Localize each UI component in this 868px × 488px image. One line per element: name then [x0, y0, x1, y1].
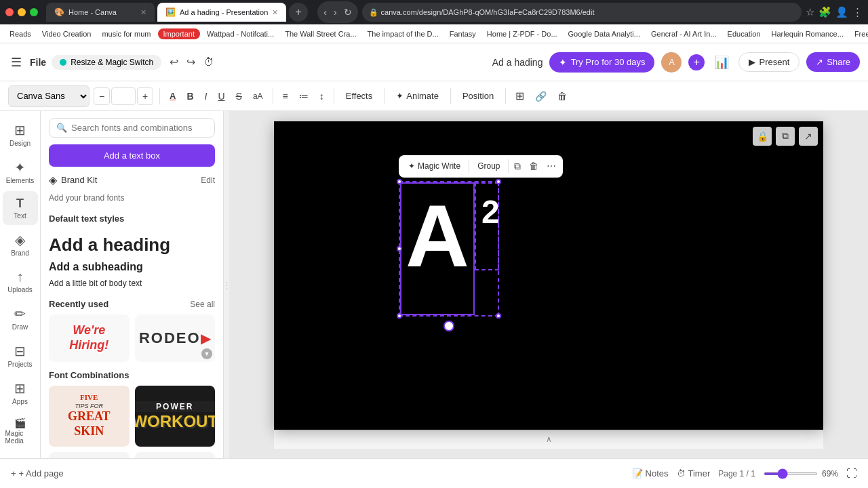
resize-magic-switch[interactable]: Resize & Magic Switch — [52, 55, 161, 70]
schedule-icon[interactable]: ⏱ — [203, 56, 214, 68]
combo-five-tips[interactable]: FIVE TIPS FOR GREAT SKIN — [49, 386, 130, 447]
undo-button[interactable]: ↩ — [167, 53, 181, 71]
font-size-input[interactable] — [111, 87, 136, 105]
bookmark-wsj[interactable]: The Wall Street Cra... — [281, 28, 360, 39]
combo-workout[interactable]: POWER WORKOUT ▼ — [135, 386, 216, 447]
hamburger-menu[interactable]: ☰ — [8, 52, 24, 73]
group-button[interactable]: Group — [472, 159, 505, 174]
add-collaborator-button[interactable]: + — [688, 54, 705, 70]
sidebar-item-brand[interactable]: ◈ Brand — [3, 226, 38, 262]
canvas-lock-button[interactable]: 🔒 — [753, 127, 772, 146]
font-family-select[interactable]: Canva Sans — [8, 85, 90, 107]
handle-middle-left[interactable] — [397, 246, 402, 251]
increase-font-size-button[interactable]: + — [137, 87, 153, 105]
try-pro-button[interactable]: ✦ Try Pro for 30 days — [549, 52, 654, 73]
bookmark-free-download[interactable]: Free Download Books — [850, 28, 868, 39]
animate-button[interactable]: ✦ Animate — [391, 88, 444, 104]
position-button[interactable]: Position — [457, 88, 499, 104]
sidebar-item-uploads[interactable]: ↑ Uploads — [3, 264, 38, 299]
sidebar-item-projects[interactable]: ⊟ Projects — [3, 338, 38, 373]
delete-element-button[interactable]: 🗑 — [526, 158, 541, 174]
magic-write-button[interactable]: ✦ Magic Write — [403, 159, 466, 174]
underline-button[interactable]: U — [214, 87, 228, 106]
bookmark-impact[interactable]: The impact of the D... — [363, 28, 443, 39]
share-button[interactable]: ↗ Share — [806, 52, 860, 72]
bookmark-reads[interactable]: Reads — [5, 28, 35, 39]
sidebar-item-design[interactable]: ⊞ Design — [3, 117, 38, 152]
tab-close-active[interactable]: ✕ — [272, 8, 278, 17]
link-button[interactable]: 🔗 — [532, 87, 550, 106]
window-minimize[interactable] — [18, 8, 26, 16]
tab-home-canva[interactable]: 🎨 Home - Canva ✕ — [46, 3, 155, 22]
canvas-slide[interactable]: 🔒 ⧉ ↗ ✦ Magic Write Group — [274, 121, 823, 430]
bookmark-star-icon[interactable]: ☆ — [806, 6, 814, 18]
forward-button[interactable]: › — [332, 5, 339, 19]
letter-a-element[interactable]: A — [406, 192, 469, 280]
text-color-button[interactable]: A — [166, 87, 179, 106]
case-toggle-button[interactable]: aA — [250, 87, 267, 106]
canvas-area[interactable]: 🔒 ⧉ ↗ ✦ Magic Write Group — [229, 111, 868, 458]
selected-text-group[interactable]: ✦ Magic Write Group ⧉ 🗑 ⋯ — [399, 181, 499, 317]
line-spacing-button[interactable]: ↕ — [316, 87, 328, 106]
handle-top-right[interactable] — [496, 179, 501, 184]
add-text-box-button[interactable]: Add a text box — [49, 144, 215, 167]
bookmark-gencraft[interactable]: Gencraf - AI Art In... — [647, 28, 721, 39]
body-style-option[interactable]: Add a little bit of body text — [49, 276, 215, 291]
brand-kit-edit-link[interactable]: Edit — [201, 176, 215, 185]
analytics-icon-button[interactable]: 📊 — [711, 52, 732, 73]
file-menu-button[interactable]: File — [30, 57, 46, 68]
handle-top-left[interactable] — [397, 179, 402, 184]
redo-button[interactable]: ↪ — [184, 53, 198, 71]
recent-font-we-hiring[interactable]: We'reHiring! — [49, 314, 130, 362]
rotate-handle[interactable] — [443, 321, 454, 331]
font-search-input[interactable] — [71, 123, 208, 133]
back-button[interactable]: ‹ — [321, 5, 329, 19]
subheading-style-option[interactable]: Add a subheading — [49, 258, 215, 276]
canvas-share-button[interactable]: ↗ — [799, 127, 818, 146]
combo-parken[interactable]: PARKEN MAISE⊙ — [49, 452, 130, 458]
tab-ad-hading[interactable]: 🖼️ Ad a hading - Presentation ✕ — [157, 3, 286, 22]
profile-icon[interactable]: 👤 — [835, 6, 848, 18]
delete-button[interactable]: 🗑 — [554, 87, 570, 106]
strikethrough-button[interactable]: S — [233, 87, 245, 106]
window-close[interactable] — [5, 8, 14, 16]
handle-bottom-left[interactable] — [397, 313, 402, 319]
more-element-options-button[interactable]: ⋯ — [544, 158, 559, 174]
effects-button[interactable]: Effects — [340, 88, 378, 104]
decrease-font-size-button[interactable]: − — [94, 87, 110, 105]
new-tab-button[interactable]: + — [289, 3, 308, 22]
sidebar-item-apps[interactable]: ⊞ Apps — [3, 375, 38, 411]
extensions-icon[interactable]: 🧩 — [818, 6, 831, 18]
list-button[interactable]: ≔ — [296, 87, 312, 106]
number-2-element[interactable]: 2 — [481, 193, 500, 230]
refresh-button[interactable]: ↻ — [342, 5, 354, 19]
bookmark-important[interactable]: Important — [158, 28, 200, 39]
copy-element-button[interactable]: ⧉ — [511, 158, 524, 175]
sidebar-item-magic-media[interactable]: 🎬 Magic Media — [3, 412, 38, 450]
bookmark-video-creation[interactable]: Video Creation — [38, 28, 96, 39]
bookmark-education[interactable]: Education — [724, 28, 765, 39]
bookmark-wattpad[interactable]: Wattpad - Notifcati... — [203, 28, 278, 39]
address-bar[interactable]: 🔒 canva.com/design/DAGhP8-qOM/hG3IaFeCa8… — [362, 3, 802, 22]
align-left-button[interactable]: ≡ — [279, 87, 292, 106]
recent-font-rodeo[interactable]: RODEO▶ ▼ — [135, 314, 216, 362]
sidebar-resize-handle[interactable]: ⋮ — [224, 111, 229, 458]
more-options-button[interactable]: ⊞ — [512, 87, 528, 106]
add-brand-fonts-link[interactable]: Add your brand fonts — [41, 190, 223, 208]
sidebar-item-draw[interactable]: ✏ Draw — [3, 300, 38, 336]
present-button[interactable]: ▶ Present — [738, 52, 800, 72]
settings-icon[interactable]: ⋮ — [852, 6, 863, 18]
canvas-copy-button[interactable]: ⧉ — [776, 127, 795, 146]
combo-daily[interactable]: open DAILY — [135, 452, 216, 458]
italic-button[interactable]: I — [201, 87, 211, 106]
timer-button[interactable]: ⏱ Timer — [677, 468, 711, 479]
bookmark-zpdf[interactable]: Home | Z-PDF - Do... — [483, 28, 561, 39]
sidebar-item-elements[interactable]: ✦ Elements — [3, 154, 38, 190]
bookmark-google-data[interactable]: Google Data Analyti... — [564, 28, 644, 39]
bookmark-music[interactable]: music for mum — [98, 28, 155, 39]
heading-style-option[interactable]: Add a heading — [49, 229, 215, 258]
chevron-up-icon[interactable]: ∧ — [546, 434, 552, 444]
window-maximize[interactable] — [30, 8, 38, 16]
notes-button[interactable]: 📝 Notes — [632, 468, 669, 479]
tab-close[interactable]: ✕ — [140, 8, 146, 17]
